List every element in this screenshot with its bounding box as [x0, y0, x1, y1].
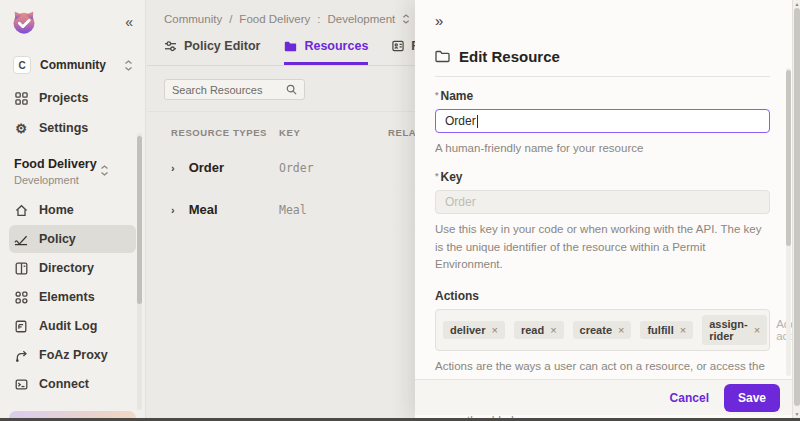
actions-tag-input[interactable]: deliver× read× create× fulfill× assign-r… [435, 309, 770, 351]
environment-name: Development [14, 174, 131, 186]
resource-key: Meal [279, 203, 388, 217]
sidebar-item-projects[interactable]: Projects [0, 83, 145, 113]
key-label: *Key [435, 170, 770, 184]
column-header: KEY [279, 127, 388, 138]
org-label: Community [40, 58, 115, 72]
gear-icon: ⚙ [14, 121, 28, 135]
sidebar-item-directory[interactable]: Directory [9, 254, 136, 282]
directory-icon [14, 261, 28, 275]
breadcrumb-project[interactable]: Food Delivery [239, 13, 310, 25]
home-icon [14, 203, 28, 217]
breadcrumb-colon: : [317, 13, 320, 25]
expand-chevron-icon[interactable]: › [171, 204, 175, 216]
remove-tag-icon[interactable]: × [550, 324, 556, 336]
required-asterisk: * [435, 90, 439, 100]
name-help-text: A human-friendly name for your resource [435, 140, 770, 158]
org-selector[interactable]: C Community [13, 56, 133, 74]
folder-icon [435, 50, 450, 63]
drawer-divider [435, 76, 770, 77]
sidebar-item-policy[interactable]: Policy [9, 225, 136, 253]
org-avatar: C [13, 56, 31, 74]
required-asterisk: * [435, 171, 439, 181]
sidebar-item-label: Settings [39, 121, 88, 135]
scroll-down-arrow-icon[interactable]: ▼ [794, 411, 800, 417]
project-name: Food Delivery [14, 157, 131, 171]
action-chip[interactable]: create× [573, 321, 632, 339]
tab-label: Policy Editor [184, 39, 260, 53]
search-icon [286, 84, 297, 95]
unfold-icon [100, 165, 109, 176]
unfold-icon[interactable] [402, 14, 410, 24]
drawer-footer: Cancel Save [415, 379, 792, 415]
resource-name: Meal [189, 202, 218, 217]
window-scrollbar-thumb[interactable] [794, 8, 800, 406]
edit-resource-drawer: » Edit Resource *Name Order A human-frie… [415, 0, 800, 418]
elements-grid-icon [14, 290, 28, 304]
sidebar: « C Community Projects ⚙ Settings Food D… [0, 0, 146, 418]
sidebar-item-elements[interactable]: Elements [9, 283, 136, 311]
sidebar-item-connect[interactable]: Connect [9, 370, 136, 398]
remove-tag-icon[interactable]: × [680, 324, 686, 336]
tab-policy-editor[interactable]: Policy Editor [164, 39, 260, 65]
remove-tag-icon[interactable]: × [491, 324, 497, 336]
actions-label: Actions [435, 289, 770, 303]
name-input-value: Order [445, 114, 476, 128]
resource-key: Order [279, 161, 388, 175]
sidebar-item-label: Connect [39, 377, 89, 391]
projects-grid-icon [14, 91, 28, 105]
sidebar-item-label: Projects [39, 91, 88, 105]
sidebar-scrollbar[interactable] [137, 133, 142, 410]
expand-chevron-icon[interactable]: › [171, 162, 175, 174]
key-input-value: Order [445, 195, 476, 209]
sidebar-item-home[interactable]: Home [9, 196, 136, 224]
save-button[interactable]: Save [724, 384, 780, 412]
resource-name: Order [189, 160, 224, 175]
drawer-title: Edit Resource [459, 48, 560, 65]
sliders-icon [164, 40, 177, 52]
cancel-button[interactable]: Cancel [670, 391, 709, 405]
sidebar-item-settings[interactable]: ⚙ Settings [0, 113, 145, 143]
key-help-text: Use this key in your code or when workin… [435, 221, 770, 274]
action-chip[interactable]: fulfill× [640, 321, 693, 339]
policy-signature-icon [14, 232, 28, 246]
proxy-arrow-icon [14, 348, 28, 362]
scroll-up-arrow-icon[interactable]: ▲ [794, 1, 800, 7]
folder-icon [284, 41, 297, 52]
drawer-collapse-icon[interactable]: » [435, 12, 770, 29]
sidebar-collapse-icon[interactable]: « [125, 14, 133, 30]
search-input[interactable] [172, 84, 280, 96]
environment-selector[interactable]: Food Delivery Development [14, 157, 131, 186]
sidebar-item-label: Directory [39, 261, 94, 275]
terminal-icon [14, 377, 28, 391]
window-scrollbar[interactable]: ▲ ▼ [792, 0, 800, 418]
action-chip[interactable]: assign-rider× [702, 315, 767, 345]
breadcrumb-org[interactable]: Community [164, 13, 222, 25]
permit-logo-icon [10, 8, 38, 36]
tab-resources[interactable]: Resources [284, 39, 368, 65]
breadcrumb-environment[interactable]: Development [328, 13, 396, 25]
app-window: « C Community Projects ⚙ Settings Food D… [0, 0, 800, 421]
search-box[interactable] [164, 79, 305, 100]
sidebar-item-label: Policy [39, 232, 76, 246]
column-header: RESOURCE TYPES [171, 127, 279, 138]
text-caret [477, 115, 478, 128]
name-label: *Name [435, 89, 770, 103]
drawer-scrollbar[interactable] [786, 68, 791, 376]
action-chip[interactable]: deliver× [443, 321, 505, 339]
unfold-icon [124, 60, 133, 71]
sidebar-scrollbar-thumb[interactable] [137, 136, 142, 304]
badge-icon [392, 40, 404, 52]
sidebar-item-label: FoAz Proxy [39, 348, 108, 362]
key-input: Order [435, 190, 770, 214]
sidebar-item-audit-log[interactable]: Audit Log [9, 312, 136, 340]
name-input[interactable]: Order [435, 109, 770, 133]
sidebar-item-label: Home [39, 203, 74, 217]
drawer-scrollbar-thumb[interactable] [786, 70, 791, 246]
action-chip[interactable]: read× [514, 321, 564, 339]
sidebar-item-label: Elements [39, 290, 95, 304]
sidebar-item-foaz-proxy[interactable]: FoAz Proxy [9, 341, 136, 369]
remove-tag-icon[interactable]: × [754, 324, 760, 336]
remove-tag-icon[interactable]: × [618, 324, 624, 336]
tab-label: Resources [304, 39, 368, 53]
sidebar-item-label: Audit Log [39, 319, 97, 333]
